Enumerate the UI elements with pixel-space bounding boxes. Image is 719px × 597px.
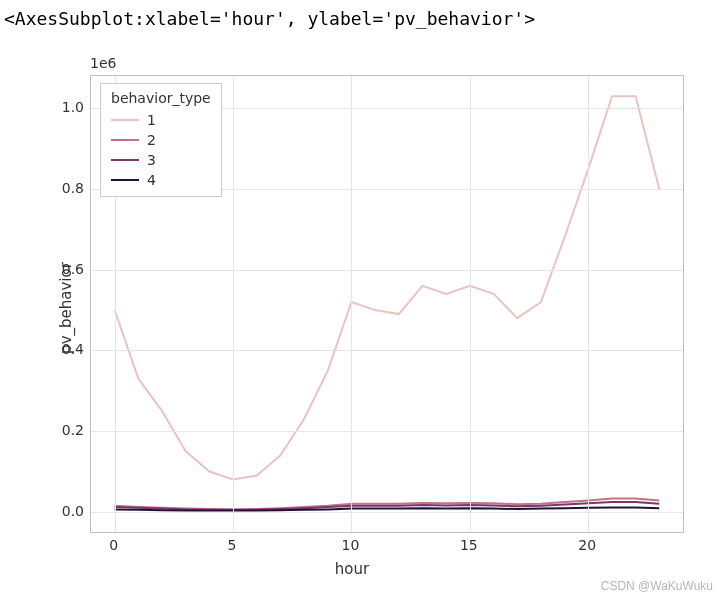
legend-title: behavior_type <box>111 90 211 106</box>
y-axis-offset: 1e6 <box>90 55 116 71</box>
legend-swatch <box>111 139 139 141</box>
legend-row: 4 <box>111 170 211 190</box>
legend-swatch <box>111 119 139 121</box>
x-tick-label: 15 <box>460 537 478 553</box>
gridline-h <box>91 270 683 271</box>
legend-swatch <box>111 179 139 181</box>
x-tick-label: 10 <box>342 537 360 553</box>
gridline-v <box>351 76 352 532</box>
x-tick-label: 20 <box>578 537 596 553</box>
gridline-h <box>91 512 683 513</box>
gridline-h <box>91 431 683 432</box>
y-tick-label: 0.6 <box>34 261 84 277</box>
x-tick-label: 5 <box>228 537 237 553</box>
y-tick-label: 0.2 <box>34 422 84 438</box>
gridline-v <box>233 76 234 532</box>
y-tick-label: 0.4 <box>34 341 84 357</box>
legend-label: 1 <box>147 112 156 128</box>
x-axis-label: hour <box>335 560 369 578</box>
gridline-v <box>470 76 471 532</box>
y-tick-label: 0.0 <box>34 503 84 519</box>
axes-repr-text: <AxesSubplot:xlabel='hour', ylabel='pv_b… <box>0 0 719 35</box>
legend-swatch <box>111 159 139 161</box>
gridline-h <box>91 350 683 351</box>
figure: 1e6 behavior_type 1234 pv_behavior hour … <box>2 35 702 580</box>
legend-row: 1 <box>111 110 211 130</box>
legend-row: 2 <box>111 130 211 150</box>
legend-label: 2 <box>147 132 156 148</box>
x-tick-label: 0 <box>109 537 118 553</box>
legend-row: 3 <box>111 150 211 170</box>
legend-label: 3 <box>147 152 156 168</box>
gridline-v <box>588 76 589 532</box>
y-tick-label: 0.8 <box>34 180 84 196</box>
watermark-text: CSDN @WaKuWuku <box>601 579 713 593</box>
legend-label: 4 <box>147 172 156 188</box>
legend-box: behavior_type 1234 <box>100 83 222 197</box>
y-tick-label: 1.0 <box>34 99 84 115</box>
